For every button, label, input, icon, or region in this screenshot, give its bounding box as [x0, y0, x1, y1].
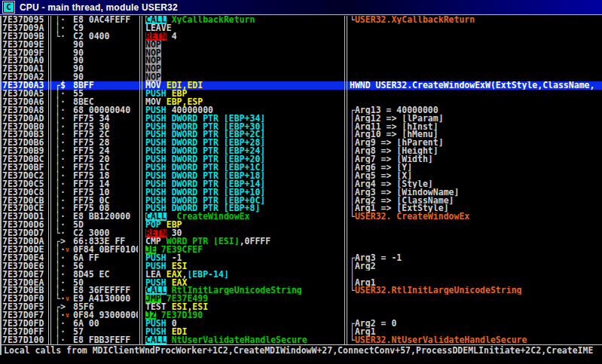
instruction-cell: NOP: [145, 49, 343, 57]
bytes-cell: 66:833E FF: [73, 237, 138, 246]
comment-cell: HWND USER32.CreateWindowExW(ExtStyle,Cla…: [350, 81, 602, 90]
bytes-cell: FF75 30: [73, 123, 138, 131]
bytes-cell: FF75 0C: [73, 197, 138, 205]
bytes-cell: 57: [73, 328, 138, 336]
table-row[interactable]: 7E37D0E4│·6A FFPUSH -1┌Arg3 = -1: [2, 254, 602, 262]
table-row[interactable]: 7E37D0A8│·68 00000040PUSH 40000000┌Arg13…: [2, 106, 602, 115]
table-row[interactable]: 7E37D0D7└·C2 3000RETN 30: [2, 229, 602, 237]
bytes-cell: FF75 14: [73, 180, 138, 188]
comment-cell: │: [350, 271, 602, 279]
table-row[interactable]: 7E37D0D1│·E8 BB120000CALL _CreateWindowE…: [2, 213, 602, 221]
table-row[interactable]: 7E37D0A3┌$8BFFMOV EDI,EDIHWND USER32.Cre…: [2, 81, 602, 90]
table-row[interactable]: 7E37D0C2│·FF75 18PUSH DWORD PTR [EBP+18]…: [2, 172, 602, 180]
table-row[interactable]: 7E37D0FF│·57PUSH EDI│Arg1: [2, 328, 602, 336]
comment-cell: │Arg12 => [lParam]: [350, 115, 602, 123]
table-row[interactable]: 7E37D100│·E8 FBB3FEFFCALL NtUserValidate…: [2, 336, 602, 344]
titlebar[interactable]: C CPU - main thread, module USER32: [0, 0, 602, 15]
table-row[interactable]: 7E37D0A290NOP: [2, 73, 602, 81]
bytes-cell: 90: [73, 65, 138, 73]
comment-cell: │Arg7 => [Width]: [350, 155, 602, 164]
table-row[interactable]: 7E37D0A5│·55PUSH EBP: [2, 90, 602, 98]
bytes-cell: FF75 28: [73, 139, 138, 147]
bytes-cell: C9: [73, 24, 138, 32]
comment-cell: │Arg9 => [hParent]: [350, 139, 602, 147]
table-row[interactable]: 7E37D0EA│·50PUSH EAX│Arg1: [2, 279, 602, 287]
table-row[interactable]: 7E37D09F90NOP: [2, 49, 602, 57]
table-row[interactable]: 7E37D0A6│·8BECMOV EBP,ESP: [2, 98, 602, 106]
instruction-cell: PUSH 0: [145, 320, 343, 328]
disassembly-pane[interactable]: 7E37D095│·E8 0AC4FEFFCALL XyCallbackRetu…: [0, 16, 602, 344]
table-row[interactable]: 7E37D095│·E8 0AC4FEFFCALL XyCallbackRetu…: [2, 16, 602, 24]
instruction-cell: CALL NtUserValidateHandleSecure: [145, 336, 343, 344]
table-row[interactable]: 7E37D0B6│·FF75 28PUSH DWORD PTR [EBP+28]…: [2, 139, 602, 147]
window-title: CPU - main thread, module USER32: [20, 0, 178, 15]
bytes-cell: 8BFF: [73, 81, 138, 90]
status-text: Local calls from MDIClientWndProcWorker+…: [2, 345, 593, 356]
comment-cell: ┌Arg2 = 0: [350, 320, 602, 328]
comment-cell: │Arg4 => [Style]: [350, 180, 602, 188]
table-row[interactable]: 7E37D09B└·C2 0400RETN 4: [2, 32, 602, 41]
bytes-cell: 50: [73, 279, 138, 287]
address-cell: 7E37D100: [2, 336, 44, 344]
instruction-cell: PUSH DWORD PTR [EBP+30]: [145, 123, 343, 131]
table-row[interactable]: 7E37D0D6│·5DPOP EBP: [2, 221, 602, 229]
instruction-cell: PUSH DWORD PTR [EBP+8]: [145, 204, 343, 213]
cpu-window: C CPU - main thread, module USER32 7E37D…: [0, 0, 602, 364]
column-separator-disasm[interactable]: [344, 16, 347, 344]
column-separator-address[interactable]: [48, 16, 51, 344]
table-row[interactable]: 7E37D0B3│·FF75 2CPUSH DWORD PTR [EBP+2C]…: [2, 130, 602, 139]
table-row[interactable]: 7E37D0BC│·FF75 20PUSH DWORD PTR [EBP+20]…: [2, 155, 602, 164]
table-row[interactable]: 7E37D0F5┌>85F6TEST ESI,ESI: [2, 303, 602, 311]
instruction-cell: PUSH DWORD PTR [EBP+24]: [145, 147, 343, 155]
bytes-cell: 5D: [73, 221, 138, 229]
bytes-cell: FF75 2C: [73, 130, 138, 139]
instruction-cell: JE 7E39CFEF: [145, 246, 343, 254]
table-row[interactable]: 7E37D0F0└·vE9 A4130000JMP 7E37E499: [2, 295, 602, 303]
bytes-cell: 68 00000040: [73, 106, 138, 115]
bytes-cell: 8BEC: [73, 98, 138, 106]
instruction-cell: MOV EDI,EDI: [145, 81, 343, 90]
bytes-cell: 6A FF: [73, 254, 138, 262]
status-bar: Local calls from MDIClientWndProcWorker+…: [0, 344, 602, 355]
comment-cell: │Arg10 => [hMenu]: [350, 130, 602, 139]
bytes-cell: FF75 34: [73, 115, 138, 123]
table-row[interactable]: 7E37D0E7│·8D45 ECLEA EAX,[EBP-14]│: [2, 271, 602, 279]
table-row[interactable]: 7E37D0C5│·FF75 14PUSH DWORD PTR [EBP+14]…: [2, 180, 602, 188]
table-row[interactable]: 7E37D0A190NOP: [2, 65, 602, 73]
instruction-cell: CALL _CreateWindowEx: [145, 213, 343, 221]
instruction-cell: PUSH EBP: [145, 90, 343, 98]
bytes-cell: E9 A4130000: [73, 295, 138, 303]
instruction-cell: PUSH 40000000: [145, 106, 343, 115]
instruction-cell: PUSH DWORD PTR [EBP+18]: [145, 172, 343, 180]
table-row[interactable]: 7E37D0B0│·FF75 30PUSH DWORD PTR [EBP+30]…: [2, 123, 602, 131]
bytes-cell: 6A 00: [73, 320, 138, 328]
bytes-cell: 85F6: [73, 303, 138, 311]
comment-cell: └USER32.NtUserValidateHandleSecure: [350, 336, 602, 344]
table-row[interactable]: 7E37D0E6│·56PUSH ESI│Arg2: [2, 262, 602, 271]
instruction-cell: PUSH DWORD PTR [EBP+0C]: [145, 197, 343, 205]
cpu-window-icon[interactable]: C: [3, 2, 14, 13]
comment-cell: └USER32._CreateWindowEx: [350, 213, 602, 221]
column-separator-bytes[interactable]: [139, 16, 142, 344]
bytes-cell: FF75 1C: [73, 164, 138, 172]
instruction-cell: PUSH DWORD PTR [EBP+1C]: [145, 164, 343, 172]
instruction-cell: RETN 4: [145, 32, 343, 41]
table-row[interactable]: 7E37D0DE│·v0F84 0BFF0100JE 7E39CFEF: [2, 246, 602, 254]
table-row[interactable]: 7E37D0CB│·FF75 0CPUSH DWORD PTR [EBP+0C]…: [2, 197, 602, 205]
table-row[interactable]: 7E37D0DA┌>66:833E FFCMP WORD PTR [ESI],0…: [2, 237, 602, 246]
table-row[interactable]: 7E37D0EB│·E8 36FEFFFFCALL RtlInitLargeUn…: [2, 286, 602, 295]
table-row[interactable]: 7E37D09A│·C9LEAVE: [2, 24, 602, 32]
table-row[interactable]: 7E37D0A090NOP: [2, 57, 602, 65]
table-row[interactable]: 7E37D0FD│·6A 00PUSH 0┌Arg2 = 0: [2, 320, 602, 328]
table-row[interactable]: 7E37D0AD│·FF75 34PUSH DWORD PTR [EBP+34]…: [2, 115, 602, 123]
table-row[interactable]: 7E37D0B9│·FF75 24PUSH DWORD PTR [EBP+24]…: [2, 147, 602, 155]
comment-cell: ┌Arg3 = -1: [350, 254, 602, 262]
table-row[interactable]: 7E37D0CE│·FF75 08PUSH DWORD PTR [EBP+8]│…: [2, 204, 602, 213]
table-row[interactable]: 7E37D0F7│·v0F84 93000000JZ 7E37D190: [2, 311, 602, 320]
table-row[interactable]: 7E37D0C8│·FF75 10PUSH DWORD PTR [EBP+10]…: [2, 188, 602, 197]
bytes-cell: 0F84 0BFF0100: [73, 246, 138, 254]
instruction-cell: TEST ESI,ESI: [145, 303, 343, 311]
table-row[interactable]: 7E37D0BF│·FF75 1CPUSH DWORD PTR [EBP+1C]…: [2, 164, 602, 172]
bytes-cell: 90: [73, 41, 138, 49]
table-row[interactable]: 7E37D09E90NOP: [2, 41, 602, 49]
